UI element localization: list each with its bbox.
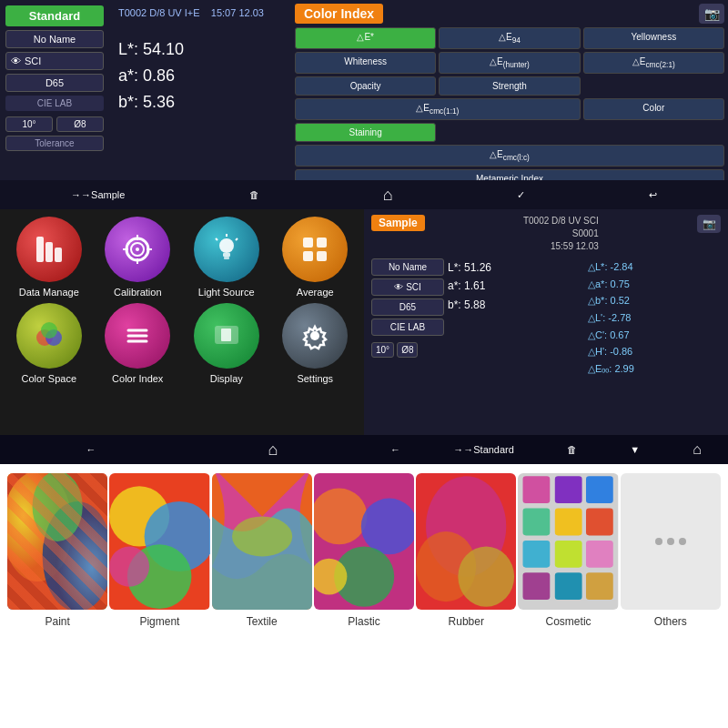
color-index-item[interactable]: Color Index	[96, 303, 180, 384]
svg-point-28	[310, 331, 319, 340]
s2r-down-button[interactable]: ▼	[630, 444, 640, 455]
light-source-item[interactable]: Light Source	[185, 217, 268, 298]
s2r-standard-button[interactable]: → →Standard	[453, 444, 514, 455]
yellowness-button[interactable]: Yellowness	[583, 27, 724, 49]
s2r-body: No Name 👁 SCI D65 CIE LAB 10° Ø8 L*: 51.…	[371, 258, 721, 378]
s1-left-panel: Standard No Name 👁 SCI D65 CIE LAB 10° Ø…	[0, 0, 109, 209]
light-source-label: Light Source	[198, 287, 255, 298]
plastic-item[interactable]: Plastic	[314, 473, 414, 728]
degree-o8-button[interactable]: Ø8	[56, 116, 104, 132]
whiteness-button[interactable]: Whiteness	[295, 52, 436, 74]
b-star-value: b*: 5.36	[118, 89, 282, 116]
s2r-back-button[interactable]: ←	[390, 444, 400, 455]
sci-button[interactable]: 👁 SCI	[5, 52, 104, 70]
s2r-degree-o8[interactable]: Ø8	[397, 342, 418, 358]
others-item[interactable]: Others	[621, 473, 721, 728]
d65-button[interactable]: D65	[5, 74, 104, 92]
screen2-main-menu: Data Manage Calibration Light Source Ave…	[0, 209, 728, 464]
display-item[interactable]: Display	[185, 303, 268, 384]
s2-right-panel: Sample T0002 D/8 UV SCI S0001 15:59 12.0…	[364, 209, 728, 464]
delta-e-hunter-button[interactable]: △E(hunter)	[439, 52, 580, 74]
s2r-sci-button[interactable]: 👁 SCI	[371, 278, 444, 296]
s2-back-button[interactable]: ←	[86, 444, 96, 455]
svg-rect-11	[223, 253, 230, 257]
s2r-main-values: L*: 51.26 a*: 1.61 b*: 5.88 △L*: -2.84 △…	[448, 258, 721, 378]
standard-button[interactable]: Standard	[5, 5, 104, 26]
svg-rect-29	[7, 473, 107, 610]
svg-point-37	[109, 547, 149, 587]
svg-rect-52	[586, 476, 613, 503]
data-manage-item[interactable]: Data Manage	[7, 217, 91, 298]
pigment-label: Pigment	[139, 615, 179, 628]
delta-ecmc-lc-button[interactable]: △Ecmc(l:c)	[295, 145, 724, 167]
svg-rect-17	[317, 238, 327, 248]
s2r-back-icon: ←	[390, 444, 400, 455]
svg-point-5	[136, 248, 139, 251]
paint-item[interactable]: Paint	[7, 473, 107, 728]
lab-values: L*: 54.10 a*: 0.86 b*: 5.36	[118, 36, 282, 115]
svg-line-15	[216, 238, 217, 240]
device-info: T0002 D/8 UV I+E 15:07 12.03	[118, 7, 282, 18]
a-star-value: a*: 0.86	[118, 63, 282, 89]
paint-label: Paint	[45, 615, 69, 628]
s2r-home-button[interactable]: ⌂	[693, 441, 702, 458]
s2r-bottom-bar: ← → →Standard 🗑 ▼ ⌂	[364, 435, 728, 464]
check-icon: ✓	[517, 189, 525, 201]
color-space-icon	[16, 303, 82, 369]
staining-button[interactable]: Staining	[295, 123, 436, 142]
sample-button[interactable]: → →Sample	[71, 189, 125, 200]
degree-10-button[interactable]: 10°	[5, 116, 53, 132]
display-label: Display	[210, 373, 243, 384]
textile-item[interactable]: Textile	[212, 473, 312, 728]
eye-icon: 👁	[11, 56, 21, 66]
s2-home-button[interactable]: ⌂	[268, 440, 278, 460]
s2r-delta-c-prime: △C': 0.67	[588, 327, 721, 344]
s2r-trash-icon: 🗑	[567, 444, 577, 455]
s2r-d65-button[interactable]: D65	[371, 298, 444, 316]
svg-rect-1	[46, 242, 53, 262]
color-space-item[interactable]: Color Space	[7, 303, 91, 384]
pigment-item[interactable]: Pigment	[109, 473, 209, 728]
home-icon: ⌂	[383, 186, 393, 205]
settings-item[interactable]: Settings	[274, 303, 358, 384]
s2r-camera-icon[interactable]: 📷	[697, 215, 721, 233]
s2r-degree-10[interactable]: 10°	[371, 342, 394, 358]
delta-ecmc11-button[interactable]: △Ecmc(1:1)	[295, 98, 581, 120]
back-button[interactable]: ↩	[649, 189, 657, 201]
rubber-label: Rubber	[449, 615, 484, 628]
others-dot-3	[679, 538, 686, 545]
back-left-icon: ←	[86, 444, 96, 455]
svg-rect-59	[523, 572, 551, 600]
calibration-item[interactable]: Calibration	[96, 217, 180, 298]
camera-icon[interactable]: 📷	[699, 4, 724, 24]
delta-e94-button[interactable]: △E94	[439, 27, 580, 49]
check-button[interactable]: ✓	[517, 189, 525, 201]
home-button[interactable]: ⌂	[383, 186, 393, 205]
s2r-noname-button[interactable]: No Name	[371, 258, 444, 276]
cosmetic-item[interactable]: Cosmetic	[518, 473, 618, 728]
opacity-button[interactable]: Opacity	[295, 76, 436, 96]
strength-button[interactable]: Strength	[439, 76, 580, 96]
s2r-header: Sample T0002 D/8 UV SCI S0001 15:59 12.0…	[371, 215, 721, 253]
svg-point-31	[43, 501, 108, 610]
svg-rect-51	[555, 476, 582, 503]
plastic-image	[314, 473, 414, 610]
average-item[interactable]: Average	[274, 217, 358, 298]
svg-rect-2	[55, 248, 62, 262]
svg-point-30	[7, 473, 73, 581]
s2r-device-info: T0002 D/8 UV SCI S0001 15:59 12.03	[523, 215, 599, 253]
s2r-deltas-col: △L*: -2.84 △a*: 0.75 △b*: 0.52 △L': -2.7…	[588, 258, 721, 378]
color-button[interactable]: Color	[583, 98, 724, 120]
svg-line-14	[236, 238, 238, 240]
s2r-b-star: b*: 5.88	[448, 296, 581, 314]
s2r-trash-button[interactable]: 🗑	[567, 444, 577, 455]
no-name-button[interactable]: No Name	[5, 30, 104, 48]
tolerance-button[interactable]: Tolerance	[5, 136, 104, 151]
svg-rect-19	[317, 251, 327, 261]
delta-e-star-button[interactable]: △E*	[295, 27, 436, 49]
trash-button[interactable]: 🗑	[249, 189, 259, 200]
rubber-item[interactable]: Rubber	[416, 473, 516, 728]
delta-ecmc21-button[interactable]: △Ecmc(2:1)	[583, 52, 724, 74]
others-dot-2	[667, 538, 674, 545]
cielab-label: CIE LAB	[5, 96, 104, 111]
